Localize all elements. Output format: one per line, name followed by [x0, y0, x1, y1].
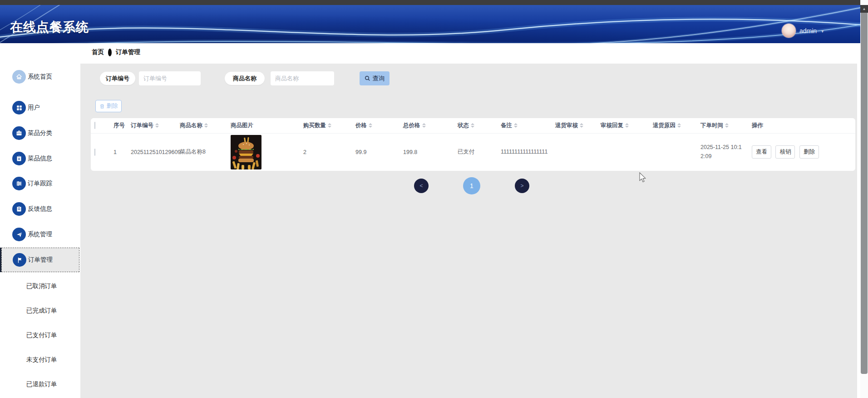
app-window: 在线点餐系统 admin ▼ 系统首页 用户 菜品分类 [0, 0, 868, 398]
sidebar-item-label: 菜品分类 [28, 129, 52, 137]
col-status: 状态 [454, 118, 497, 133]
feedback-icon [12, 202, 26, 216]
cell-quantity: 2 [300, 133, 352, 171]
sort-icon[interactable] [580, 123, 583, 128]
table-row: 1 2025112510129609 菜品名称8 [91, 133, 855, 171]
sidebar-item-label: 菜品信息 [28, 154, 52, 163]
cell-order-no: 2025112510129609 [127, 133, 176, 171]
sidebar-subitem-refunded-orders[interactable]: 已退款订单 [26, 380, 57, 388]
sidebar-item-label: 系统首页 [28, 73, 52, 81]
sidebar-item-label: 订单管理 [28, 256, 53, 264]
col-index: 序号 [110, 118, 127, 133]
browser-top-strip [0, 0, 868, 5]
sort-icon[interactable] [514, 123, 518, 128]
chevron-down-icon: ▼ [820, 29, 824, 34]
row-delete-button[interactable]: 删除 [799, 145, 819, 159]
query-button[interactable]: 查询 [360, 71, 390, 85]
users-icon [12, 101, 26, 114]
breadcrumb: 首页 订单管理 [92, 48, 140, 56]
cell-actions: 查看 核销 删除 [748, 133, 855, 171]
col-total-price: 总价格 [399, 118, 454, 133]
delete-button-label: 删除 [107, 102, 118, 110]
col-product-image: 商品图片 [227, 118, 300, 133]
content-panel: 订单编号 商品名称 查询 删除 [80, 64, 857, 398]
col-quantity: 购买数量 [300, 118, 352, 133]
sidebar-item-users[interactable]: 用户 [0, 98, 80, 118]
pagination-prev-button[interactable]: < [414, 179, 429, 193]
scrollbar-thumb[interactable] [861, 13, 868, 374]
sidebar-item-label: 反馈信息 [28, 205, 52, 213]
scrollbar-up-arrow[interactable]: ▲ [860, 5, 868, 13]
col-order-time: 下单时间 [697, 118, 748, 133]
cell-price: 99.9 [352, 133, 399, 171]
sidebar-item-home[interactable]: 系统首页 [0, 67, 80, 87]
col-return-reason: 退货原因 [649, 118, 697, 133]
cell-order-time: 2025-11-25 10:12:09 [697, 133, 748, 171]
sort-icon[interactable] [625, 123, 629, 128]
cell-index: 1 [110, 133, 127, 171]
product-name-input[interactable] [271, 71, 334, 85]
order-track-icon [12, 177, 26, 190]
sidebar-item-dish-category[interactable]: 菜品分类 [0, 123, 80, 143]
sidebar-item-system-manage[interactable]: 系统管理 [0, 224, 80, 244]
table-header-row: 序号 订单编号 商品名称 商品图片 购买数量 价格 总价格 状态 备注 退货审核… [91, 118, 855, 133]
col-return-review: 退货审核 [552, 118, 597, 133]
sort-icon[interactable] [328, 123, 331, 128]
pagination-page-1[interactable]: 1 [463, 177, 480, 194]
dish-info-icon [12, 152, 26, 165]
sidebar-subitem-cancelled-orders[interactable]: 已取消订单 [26, 282, 57, 290]
sidebar-item-order-manage[interactable]: 订单管理 [1, 248, 79, 272]
sidebar-subitem-completed-orders[interactable]: 已完成订单 [26, 307, 57, 315]
page-title: 在线点餐系统 [10, 19, 89, 36]
view-button[interactable]: 查看 [752, 145, 771, 159]
sort-icon[interactable] [677, 123, 681, 128]
cell-total-price: 199.8 [399, 133, 454, 171]
sidebar-item-label: 用户 [28, 104, 40, 112]
user-menu[interactable]: admin ▼ [782, 24, 824, 38]
cell-return-reason [649, 133, 697, 171]
category-icon [12, 126, 26, 140]
dish-photo [231, 135, 261, 169]
select-all-checkbox[interactable] [94, 122, 95, 129]
sidebar: 系统首页 用户 菜品分类 菜品信息 订单跟踪 [0, 43, 80, 398]
col-review-reply: 审核回复 [597, 118, 649, 133]
verify-button[interactable]: 核销 [775, 145, 795, 159]
sort-icon[interactable] [422, 123, 426, 128]
system-manage-icon [12, 228, 26, 241]
sort-icon[interactable] [155, 123, 159, 128]
query-button-label: 查询 [373, 75, 385, 83]
pagination-next-button[interactable]: > [515, 179, 529, 193]
breadcrumb-home[interactable]: 首页 [92, 48, 104, 56]
order-no-input[interactable] [139, 71, 201, 85]
breadcrumb-separator [108, 49, 112, 56]
sidebar-subitem-unpaid-orders[interactable]: 未支付订单 [26, 356, 57, 364]
vertical-scrollbar[interactable]: ▲ [860, 0, 868, 398]
sidebar-item-order-tracking[interactable]: 订单跟踪 [0, 174, 80, 194]
sidebar-item-label: 订单跟踪 [28, 179, 52, 188]
sidebar-subitem-paid-orders[interactable]: 已支付订单 [26, 331, 57, 339]
flag-icon [13, 253, 26, 267]
cell-status: 已支付 [454, 133, 497, 171]
sidebar-item-label: 系统管理 [28, 230, 52, 239]
col-actions: 操作 [748, 118, 855, 133]
sort-icon[interactable] [471, 123, 474, 128]
user-name: admin [799, 27, 817, 35]
trash-icon [99, 104, 105, 109]
banner-swoosh-graphics [0, 5, 860, 43]
delete-button[interactable]: 删除 [95, 100, 122, 112]
home-icon [12, 70, 26, 84]
order-no-label: 订单编号 [100, 72, 135, 85]
app-header-banner: 在线点餐系统 admin ▼ [0, 5, 860, 43]
sort-icon[interactable] [369, 123, 372, 128]
cell-review-reply [597, 133, 649, 171]
sort-icon[interactable] [725, 123, 729, 128]
col-order-no: 订单编号 [127, 118, 176, 133]
col-remark: 备注 [497, 118, 552, 133]
sidebar-item-feedback[interactable]: 反馈信息 [0, 199, 80, 219]
row-checkbox[interactable] [94, 149, 95, 156]
sort-icon[interactable] [204, 123, 208, 128]
sidebar-item-dish-info[interactable]: 菜品信息 [0, 149, 80, 169]
avatar[interactable] [782, 24, 796, 38]
orders-table: 序号 订单编号 商品名称 商品图片 购买数量 价格 总价格 状态 备注 退货审核… [91, 118, 855, 171]
cell-remark: 11111111111111111 [497, 133, 552, 171]
